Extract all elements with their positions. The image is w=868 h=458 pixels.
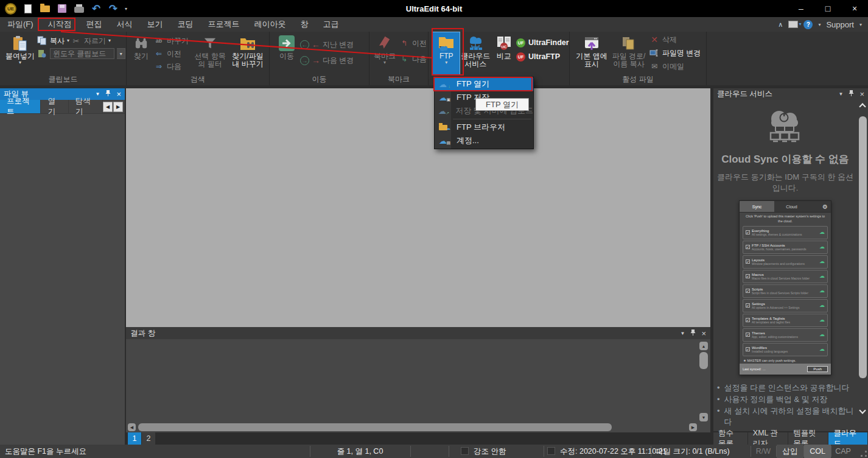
editor-area[interactable] xyxy=(126,88,710,327)
tab-cloud-services[interactable]: 클라우드 ... xyxy=(828,432,868,445)
output-window-menu-icon[interactable]: ▼ xyxy=(680,331,685,336)
tab-edit[interactable]: 편집 xyxy=(79,17,110,32)
copy-file-path-button[interactable]: 파일 경로/이름 복사 xyxy=(609,32,649,75)
tab-window[interactable]: 창 xyxy=(293,17,316,32)
scroll-down-icon[interactable] xyxy=(859,407,866,414)
cloud-panel-close-icon[interactable]: × xyxy=(859,90,864,98)
save-icon[interactable] xyxy=(57,3,68,14)
vertical-scroll-thumb[interactable] xyxy=(859,116,867,378)
tab-scroll-right-icon[interactable]: ▶ xyxy=(113,102,123,112)
last-change-button[interactable]: ← ← 지난 변경 xyxy=(300,38,366,51)
horizontal-scroll-thumb[interactable] xyxy=(138,423,612,431)
tab-project[interactable]: 프로젝트 xyxy=(201,17,247,32)
tab-scroll-left-icon[interactable]: ◀ xyxy=(103,102,113,112)
tab-advanced[interactable]: 고급 xyxy=(316,17,346,32)
bookmark-button[interactable]: 북마크 ▾ xyxy=(371,32,399,75)
collapse-ribbon-icon[interactable]: ∧ xyxy=(778,21,783,29)
print-icon[interactable] xyxy=(74,3,85,14)
file-view-menu-icon[interactable]: ▼ xyxy=(95,91,100,97)
find-next-button[interactable]: ⇒ 다음 xyxy=(153,60,191,72)
tab-coding[interactable]: 코딩 xyxy=(170,17,201,32)
output-horizontal-scrollbar[interactable]: ◀ ▶ xyxy=(128,423,697,431)
scroll-up-icon[interactable]: ▲ xyxy=(699,342,708,350)
ultraedit-logo-icon[interactable]: UE xyxy=(5,3,16,15)
file-view-close-icon[interactable]: × xyxy=(116,90,121,98)
tab-template-list[interactable]: 템플릿 목록 xyxy=(788,432,828,445)
back-circle-icon: ← xyxy=(300,40,309,49)
cloud-panel-menu-icon[interactable]: ▼ xyxy=(838,91,843,97)
tab-file[interactable]: 파일(F) xyxy=(0,17,41,32)
status-highlight-mode[interactable]: 강조 안함 xyxy=(474,445,506,458)
copy-button[interactable]: 복사 ▾ xyxy=(37,35,69,47)
layout-selector-icon[interactable] xyxy=(788,21,798,28)
filter-selection-button[interactable]: 선택 항목의 필터 xyxy=(191,32,229,75)
help-dropdown-icon[interactable]: ▾ xyxy=(818,22,821,27)
scroll-up-icon[interactable] xyxy=(859,103,866,110)
support-menu[interactable]: Support xyxy=(826,20,854,29)
help-icon[interactable]: ? xyxy=(803,20,813,29)
output-window-pin-icon[interactable] xyxy=(690,329,696,338)
ultrafinder-button[interactable]: UF UltraFinder xyxy=(516,36,569,49)
scroll-left-icon[interactable]: ◀ xyxy=(128,423,136,431)
tab-xml-manager[interactable]: XML 관리자 xyxy=(748,432,788,445)
group-bookmark: 북마크 ▾ ↰ 이전 ↳ 다음 북마크 xyxy=(369,32,429,85)
menu-item-ftp-browser[interactable]: ☁ FTP 브라우저 xyxy=(435,121,533,134)
status-insert-mode[interactable]: 삽입 xyxy=(777,445,803,458)
output-tab-2[interactable]: 2 xyxy=(142,432,156,445)
undo-icon[interactable]: ↶ xyxy=(91,3,102,14)
menu-item-ftp-accounts[interactable]: ☁▤ 계정... xyxy=(435,134,533,147)
tab-view[interactable]: 보기 xyxy=(140,17,170,32)
rename-file-button[interactable]: 파일명 변경 xyxy=(649,47,704,59)
email-file-button[interactable]: ✉ 이메일 xyxy=(649,60,704,72)
menu-item-ftp-open[interactable]: ☁↓ FTP 열기 xyxy=(435,77,533,91)
scroll-right-icon[interactable]: ▶ xyxy=(689,423,697,431)
scroll-down-icon[interactable]: ▼ xyxy=(699,413,708,421)
show-in-default-app-button[interactable]: 기본 앱에 표시 xyxy=(575,32,609,75)
clipboard-combo-dropdown-icon[interactable]: ▾ xyxy=(117,48,125,59)
redo-icon[interactable]: ↷ xyxy=(108,3,119,14)
find-prev-button[interactable]: ⇐ 이전 xyxy=(153,48,191,60)
clipboard-selector[interactable]: 윈도우 클립보드 ▾ xyxy=(37,48,125,60)
goto-button[interactable]: 이동 xyxy=(273,32,300,75)
bookmark-prev-button[interactable]: ↰ 이전 xyxy=(399,37,427,49)
vertical-scroll-thumb[interactable] xyxy=(699,352,708,369)
resize-grip[interactable] xyxy=(861,451,867,457)
cloud-panel-pin-icon[interactable] xyxy=(849,90,854,99)
output-tab-1[interactable]: 1 xyxy=(128,432,142,445)
status-readwrite-toggle[interactable]: R/W xyxy=(751,445,775,458)
bookmark-next-button[interactable]: ↳ 다음 xyxy=(399,53,427,65)
find-in-files-button[interactable]: 찾기/파일 내 바꾸기 xyxy=(229,32,267,75)
ftp-button[interactable]: FTP ▾ xyxy=(433,32,460,75)
tab-explorer[interactable]: 탐색기 xyxy=(69,100,103,113)
ultraftp-button[interactable]: UF UltraFTP xyxy=(516,50,569,63)
cut-button[interactable]: ✂ 자르기 ▾ xyxy=(71,35,111,47)
output-window-close-icon[interactable]: × xyxy=(701,329,706,337)
open-folder-icon[interactable] xyxy=(40,3,51,14)
status-capslock[interactable]: CAP xyxy=(831,445,855,458)
minimize-button[interactable]: – xyxy=(788,0,814,17)
compare-button[interactable]: UC 비교 xyxy=(491,32,516,75)
next-change-button[interactable]: → → 다음 변경 xyxy=(300,54,366,66)
cloud-services-button[interactable]: 클라우드 서비스 xyxy=(460,32,491,75)
tab-layout[interactable]: 레이아웃 xyxy=(247,17,293,32)
tab-project-view[interactable]: 프로젝트 xyxy=(0,100,41,113)
paste-button[interactable]: 붙여넣기 ▾ xyxy=(4,32,37,75)
file-view-pin-icon[interactable] xyxy=(105,90,111,99)
find-button[interactable]: 찾기 xyxy=(129,32,153,75)
tab-format[interactable]: 서식 xyxy=(110,17,140,32)
status-column-mode[interactable]: COL xyxy=(804,445,831,458)
replace-button[interactable]: ab 바꾸기 xyxy=(153,35,191,47)
qat-dropdown-icon[interactable]: ▾ xyxy=(125,6,127,12)
tab-open-files[interactable]: 열기 xyxy=(41,100,68,113)
tab-function-list[interactable]: 함수 목록 xyxy=(713,432,748,445)
clipboard-combo-box[interactable]: 윈도우 클립보드 xyxy=(50,48,114,59)
close-button[interactable]: × xyxy=(841,0,868,17)
cloud-panel-scrollbar[interactable] xyxy=(858,102,867,418)
delete-file-button[interactable]: ✕ 삭제 xyxy=(649,33,704,46)
maximize-button[interactable]: □ xyxy=(814,0,841,17)
output-vertical-scrollbar[interactable]: ▲ ▼ xyxy=(699,342,709,421)
ftp-open-icon: ☁↓ xyxy=(435,80,451,88)
tab-home[interactable]: 시작점 xyxy=(41,17,79,32)
new-file-icon[interactable] xyxy=(23,3,33,14)
support-dropdown-icon[interactable]: ▾ xyxy=(859,22,862,27)
